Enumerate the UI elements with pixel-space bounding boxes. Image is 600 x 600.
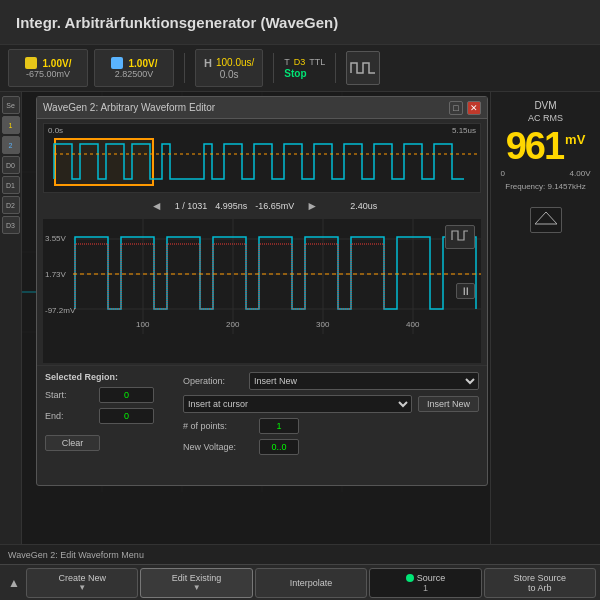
pause-icon[interactable]: ⏸ [456,283,475,299]
svg-text:200: 200 [226,320,240,329]
end-row: End: [45,408,175,424]
wavegen-title-buttons: □ ✕ [449,101,481,115]
page-title: Integr. Arbiträrfunktionsgenerator (Wave… [16,14,338,31]
sidebar-se[interactable]: Se [2,96,20,114]
start-label: Start: [45,390,95,400]
sidebar-ch1[interactable]: 1 [2,116,20,134]
dvm-range: 0 4.00V [501,169,591,178]
close-button[interactable]: ✕ [467,101,481,115]
ch1-offset: -675.00mV [26,69,70,79]
wavegen-dialog: WaveGen 2: Arbitrary Waveform Editor □ ✕… [36,96,488,486]
sidebar-d3[interactable]: D3 [2,216,20,234]
edit-existing-button[interactable]: Edit Existing ▼ [140,568,252,598]
bottom-menu: ▲ Create New ▼ Edit Existing ▼ Interpola… [0,564,600,600]
cursor-time: 4.995ns [215,201,247,211]
dvm-unit: mV [565,127,585,153]
dvm-range-high: 4.00V [570,169,591,178]
dvm-value: 961 [506,127,563,165]
insert-new-button[interactable]: Insert New [418,396,479,412]
end-input[interactable] [99,408,154,424]
edit-existing-label: Edit Existing [172,573,222,583]
cursor-voltage: -16.65mV [255,201,294,211]
svg-text:3.55V: 3.55V [45,234,67,243]
interpolate-label: Interpolate [290,578,333,588]
ch1-control[interactable]: 1.00V/ -675.00mV [8,49,88,87]
operation-label: Operation: [183,376,243,386]
create-new-arrow: ▼ [78,583,86,592]
bottom-status: WaveGen 2: Edit Waveform Menu [0,544,600,564]
svg-marker-23 [535,212,557,224]
points-input[interactable] [259,418,299,434]
ch2-indicator [111,57,123,69]
trigger-group[interactable]: T D3 TTL Stop [284,57,325,79]
interpolate-button[interactable]: Interpolate [255,568,367,598]
operation-row: Operation: Insert New [183,372,479,390]
dvm-frequency: Frequency: 9.1457kHz [505,182,586,191]
source-indicator: Source [406,573,446,583]
mini-waveform: 0.0s 5.15us [43,123,481,193]
wavegen-title: WaveGen 2: Arbitrary Waveform Editor [43,102,215,113]
wg-region: Selected Region: Start: End: Clear [45,372,175,479]
sidebar-d1[interactable]: D1 [2,176,20,194]
waveform-icon-box[interactable] [346,51,380,85]
left-sidebar: Se 1 2 D0 D1 D2 D3 [0,92,22,544]
trig-pattern: D3 [294,57,306,67]
start-input[interactable] [99,387,154,403]
svg-text:300: 300 [316,320,330,329]
voltage-input[interactable] [259,439,299,455]
status-text: WaveGen 2: Edit Waveform Menu [8,550,144,560]
source-button[interactable]: Source 1 [369,568,481,598]
svg-text:1.73V: 1.73V [45,270,67,279]
scope-area: WaveGen 2: Arbitrary Waveform Editor □ ✕… [22,92,490,544]
ch2-offset: 2.82500V [115,69,154,79]
svg-text:400: 400 [406,320,420,329]
source-dot [406,574,414,582]
cursor-position: 1 / 1031 [175,201,208,211]
waveform-icon [349,57,377,79]
main-waveform-svg: 3.55V 1.73V -97.2mV 100 200 300 400 [43,219,481,363]
points-row: # of points: [183,418,479,434]
trig-status: Stop [284,68,325,79]
end-label: End: [45,411,95,421]
waveform-type-icon[interactable] [445,225,475,249]
create-new-button[interactable]: Create New ▼ [26,568,138,598]
h-label: H [204,57,212,69]
dvm-mode: AC RMS [528,113,563,123]
cursor-fwd-btn[interactable]: ► [302,199,322,213]
ch1-indicator [25,57,37,69]
maximize-button[interactable]: □ [449,101,463,115]
ch1-scale: 1.00V/ [43,58,72,69]
voltage-label: New Voltage: [183,442,253,452]
store-source-button[interactable]: Store Source to Arb [484,568,596,598]
h-offset: 0.0s [220,69,239,80]
right-panel: DVM AC RMS 961 mV 0 4.00V Frequency: 9.1… [490,92,600,544]
points-label: # of points: [183,421,253,431]
scroll-up-button[interactable]: ▲ [4,568,24,598]
wavegen-titlebar: WaveGen 2: Arbitrary Waveform Editor □ ✕ [37,97,487,119]
start-row: Start: [45,387,175,403]
cursor-right-time: 2.40us [350,201,377,211]
store-source-label: Store Source [514,573,567,583]
edit-existing-arrow: ▼ [193,583,201,592]
ch2-scale: 1.00V/ [129,58,158,69]
separator [184,53,185,83]
operation-select[interactable]: Insert New [249,372,479,390]
insert-cursor-row: Insert at cursor Insert New [183,395,479,413]
main-waveform: 3.55V 1.73V -97.2mV 100 200 300 400 ⏸ [43,219,481,363]
trig-type: TTL [309,57,325,67]
sidebar-d2[interactable]: D2 [2,196,20,214]
insert-cursor-select[interactable]: Insert at cursor [183,395,412,413]
h-control[interactable]: H 100.0us/ 0.0s [195,49,263,87]
dvm-waveform-icon[interactable] [530,207,562,233]
clear-button[interactable]: Clear [45,435,100,451]
cursor-bar: ◄ 1 / 1031 4.995ns -16.65mV ► 2.40us [37,195,487,217]
h-time: 100.0us/ [216,57,254,68]
cursor-back-btn[interactable]: ◄ [147,199,167,213]
sidebar-ch2[interactable]: 2 [2,136,20,154]
sidebar-d0[interactable]: D0 [2,156,20,174]
ch2-control[interactable]: 1.00V/ 2.82500V [94,49,174,87]
voltage-row: New Voltage: [183,439,479,455]
source-label: Source [417,573,446,583]
dvm-range-low: 0 [501,169,505,178]
separator2 [273,53,274,83]
